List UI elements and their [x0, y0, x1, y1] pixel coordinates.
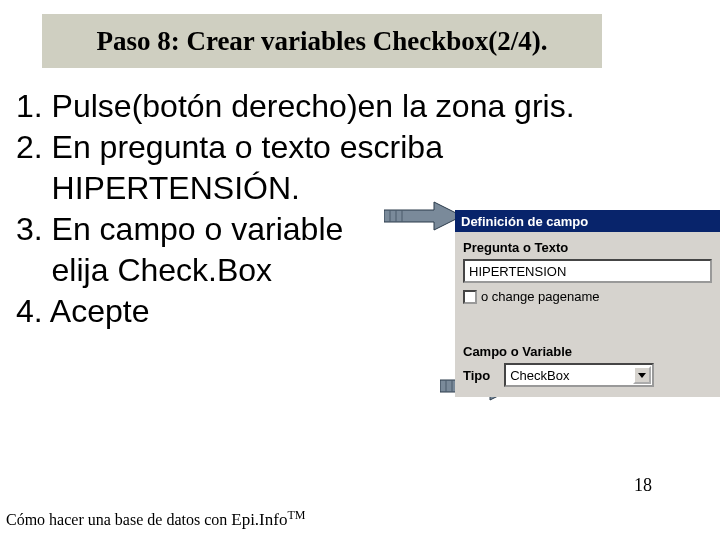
- pagename-text: o change pagename: [481, 289, 600, 304]
- dropdown-button[interactable]: [633, 366, 651, 384]
- dialog-title: Definición de campo: [461, 214, 588, 229]
- slide-title: Paso 8: Crear variables Checkbox(2/4).: [96, 26, 547, 57]
- tipo-value: CheckBox: [510, 368, 569, 383]
- tipo-dropdown[interactable]: CheckBox: [504, 363, 654, 387]
- dialog-titlebar: Definición de campo: [455, 210, 720, 232]
- tipo-label: Tipo: [463, 368, 490, 383]
- question-label: Pregunta o Texto: [463, 240, 712, 255]
- chevron-down-icon: [638, 373, 646, 378]
- dialog-body: Pregunta o Texto o change pagename Campo…: [455, 232, 720, 397]
- footer-prefix: Cómo hacer una base de datos con: [6, 511, 231, 528]
- step-2b: HIPERTENSIÓN.: [16, 168, 706, 209]
- footer-tm: TM: [287, 508, 305, 522]
- field-label: Campo o Variable: [463, 344, 712, 359]
- step-1: 1. Pulse(botón derecho)en la zona gris.: [16, 86, 706, 127]
- footer-brand: Epi.Info: [231, 510, 287, 529]
- pagename-checkbox[interactable]: [463, 290, 477, 304]
- question-input[interactable]: [463, 259, 712, 283]
- footer: Cómo hacer una base de datos con Epi.Inf…: [6, 508, 305, 530]
- title-band: Paso 8: Crear variables Checkbox(2/4).: [42, 14, 602, 68]
- arrow-to-question: [384, 200, 464, 232]
- field-definition-dialog: Definición de campo Pregunta o Texto o c…: [455, 210, 720, 397]
- step-2a: 2. En pregunta o texto escriba: [16, 127, 706, 168]
- slide-number: 18: [634, 475, 652, 496]
